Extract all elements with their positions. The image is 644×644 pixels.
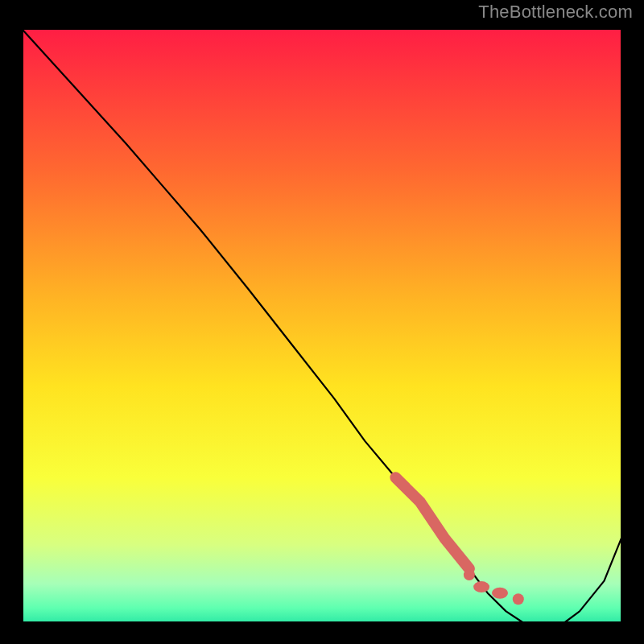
svg-point-2 — [492, 588, 508, 599]
svg-point-3 — [513, 593, 524, 605]
svg-point-1 — [473, 581, 489, 592]
watermark-text: TheBottleneck.com — [478, 2, 633, 23]
chart-svg — [0, 0, 644, 644]
chart-stage: TheBottleneck.com — [0, 0, 644, 644]
plot-gradient — [15, 22, 629, 630]
svg-point-0 — [464, 569, 475, 580]
